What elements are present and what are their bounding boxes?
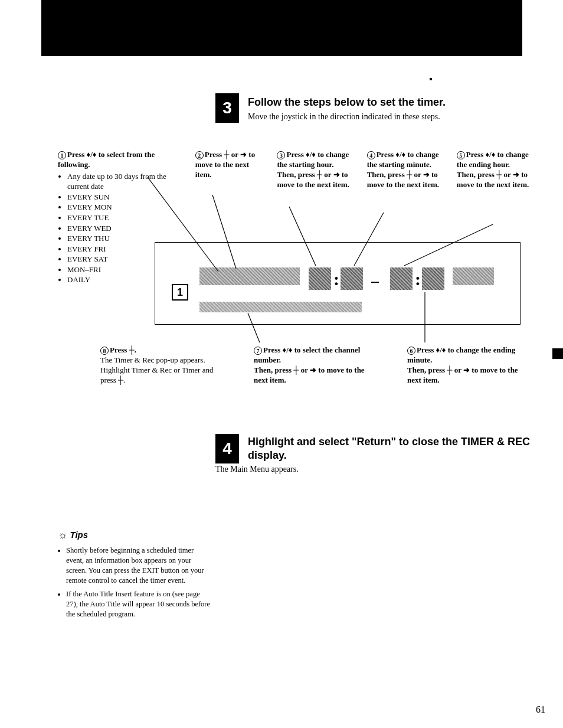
artifact-dot xyxy=(430,78,432,80)
list-item: EVERY WED xyxy=(67,223,185,234)
list-item: EVERY MON xyxy=(67,202,185,213)
diagram-date-field xyxy=(199,267,300,285)
page-edge-marker xyxy=(552,348,563,359)
lightbulb-icon: ☼ xyxy=(58,528,68,542)
circled-4: 4 xyxy=(367,151,375,159)
col3-head: Press ♦/♦ to change the starting hour. xyxy=(277,150,349,169)
instruction-columns-bottom: 8Press ┼. The Timer & Rec pop-up appears… xyxy=(100,345,525,386)
circled-8: 8 xyxy=(100,347,109,355)
circled-3: 3 xyxy=(277,151,285,159)
tips-section: ☼Tips Shortly before beginning a schedul… xyxy=(58,528,211,623)
tips-label: Tips xyxy=(70,530,89,540)
col4-head: Press ♦/♦ to change the starting minute. xyxy=(367,150,439,169)
diagram-start-hour xyxy=(309,267,331,290)
diagram-start-min xyxy=(341,267,363,290)
diagram-colon-1: : xyxy=(333,267,339,290)
tip-item: If the Auto Title Insert feature is on (… xyxy=(66,589,211,619)
b7-tail: Then, press ┼ or ➜ to move to the next i… xyxy=(254,365,372,386)
circled-2: 2 xyxy=(195,151,204,159)
col5-head: Press ♦/♦ to change the ending hour. xyxy=(457,150,529,169)
timer-diagram: 1 : – : xyxy=(155,242,521,325)
diagram-slot-1: 1 xyxy=(172,284,188,301)
diagram-colon-2: : xyxy=(415,267,421,290)
list-item: Any date up to 30 days from the current … xyxy=(67,171,185,192)
col2-head: Press ┼ or ➜ to move to the next item. xyxy=(195,150,255,179)
diagram-end-min xyxy=(422,267,444,290)
col1-head: Press ♦/♦ to select from the following. xyxy=(58,150,155,169)
step-3-number: 3 xyxy=(215,93,239,123)
step-4-subtitle: The Main Menu appears. xyxy=(215,464,546,475)
tip-item: Shortly before beginning a scheduled tim… xyxy=(66,546,211,586)
diagram-dash: – xyxy=(371,271,379,291)
diagram-channel xyxy=(453,267,494,285)
circled-6: 6 xyxy=(407,347,415,355)
b8-tail: The Timer & Rec pop-up appears. Highligh… xyxy=(100,355,218,386)
col3-tail: Then, press ┼ or ➜ to move to the next i… xyxy=(277,170,356,190)
b7-head: Press ♦/♦ to select the channel number. xyxy=(254,345,360,364)
step-4-number: 4 xyxy=(215,434,239,463)
step-3-title: Follow the steps below to set the timer. xyxy=(215,93,546,109)
page-number: 61 xyxy=(536,704,545,716)
list-item: EVERY SUN xyxy=(67,192,185,203)
col4-tail: Then, press ┼ or ➜ to move to the next i… xyxy=(367,170,446,190)
b8-head: Press ┼. xyxy=(110,345,136,354)
circled-1: 1 xyxy=(58,151,66,159)
col5-tail: Then, press ┼ or ➜ to move to the next i… xyxy=(457,170,536,190)
step-4-title: Highlight and select "Return" to close t… xyxy=(215,434,546,462)
circled-7: 7 xyxy=(254,347,262,355)
diagram-bottom-bar xyxy=(199,302,362,312)
step-4: 4 Highlight and select "Return" to close… xyxy=(215,434,546,475)
circled-5: 5 xyxy=(457,151,465,159)
list-item: EVERY TUE xyxy=(67,213,185,223)
step-3-subtitle: Move the joystick in the direction indic… xyxy=(215,112,546,122)
b6-head: Press ♦/♦ to change the ending minute. xyxy=(407,345,515,364)
step-3: 3 Follow the steps below to set the time… xyxy=(215,93,546,123)
diagram-end-hour xyxy=(390,267,413,290)
header-black-bar xyxy=(41,0,522,56)
b6-tail: Then, press ┼ or ➜ to move to the next i… xyxy=(407,365,525,386)
